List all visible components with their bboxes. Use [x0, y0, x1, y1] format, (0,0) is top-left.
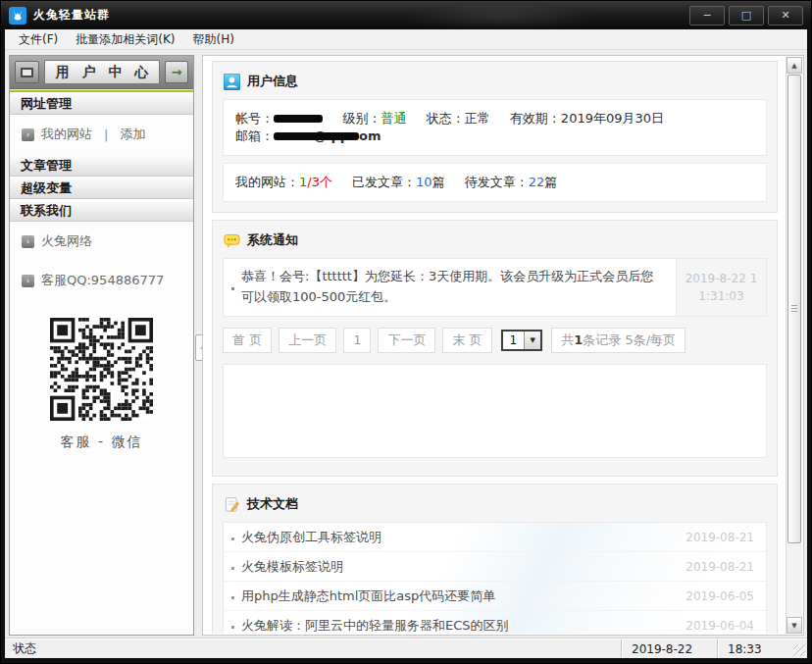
monitor-icon	[21, 68, 33, 77]
item-arrow-icon: ›	[22, 128, 34, 141]
sidebar-item-my-sites[interactable]: › 我的网站 | 添加	[10, 115, 193, 154]
link-separator: |	[104, 128, 108, 142]
scrollbar-thumb[interactable]	[787, 75, 801, 543]
pagination: 首 页 上一页 1 下一页 末 页 1 ▼ 共1条记录 5条/每页	[223, 328, 767, 353]
minimize-button[interactable]: ─	[689, 6, 725, 26]
status-text: 状态	[5, 640, 621, 657]
doc-title-link[interactable]: 火兔伪原创工具标签说明	[241, 529, 685, 546]
client-area: 文件(F) 批量添加相关词(K) 帮助(H) 用 户 中 心 → 网址管理 ›	[5, 29, 807, 658]
doc-row[interactable]: 火兔伪原创工具标签说明 2019-08-21	[224, 523, 766, 552]
level-label: 级别：	[343, 111, 381, 126]
published-unit: 篇	[432, 175, 445, 189]
notices-header: 系统通知	[223, 227, 767, 258]
email-label: 邮箱：	[235, 128, 274, 143]
pending-count: 22	[529, 175, 545, 189]
add-site-link[interactable]: 添加	[120, 126, 145, 143]
maximize-button[interactable]: □	[729, 6, 764, 26]
pending-label: 待发文章：	[465, 175, 529, 189]
expiry-label: 有效期：	[510, 111, 561, 126]
forward-arrow-button[interactable]: →	[165, 61, 188, 83]
resize-grip[interactable]	[793, 644, 805, 656]
sidebar-section-articles[interactable]: 文章管理	[10, 154, 193, 177]
account-value-redacted: ssssss	[274, 111, 323, 126]
sidebar: 用 户 中 心 → 网址管理 › 我的网站 | 添加 文章管理 超级变量 联系我…	[9, 55, 194, 636]
page-first-button[interactable]: 首 页	[223, 328, 272, 353]
page-current[interactable]: 1	[343, 328, 371, 353]
monitor-button[interactable]	[15, 61, 39, 83]
sites-total: /3个	[307, 175, 332, 189]
menu-batch-add[interactable]: 批量添加相关词(K)	[67, 29, 183, 50]
doc-date: 2019-08-21	[685, 531, 754, 544]
notice-list-item[interactable]: 恭喜！会号:【tttttt】为您延长：3天使用期。该会员升级为正式会员后您可以领…	[223, 258, 767, 317]
notices-panel: 系统通知 恭喜！会号:【tttttt】为您延长：3天使用期。该会员升级为正式会员…	[212, 220, 778, 477]
document-pencil-icon	[224, 496, 240, 513]
page-next-button[interactable]: 下一页	[378, 328, 435, 353]
sidebar-toolbar: 用 户 中 心 →	[10, 56, 193, 89]
sites-label: 我的网站：	[235, 175, 299, 189]
sidebar-section-contact[interactable]: 联系我们	[10, 199, 193, 222]
published-count: 10	[416, 175, 432, 189]
total-prefix: 共	[561, 332, 574, 349]
doc-date: 2019-06-04	[685, 619, 754, 633]
workspace: 用 户 中 心 → 网址管理 › 我的网站 | 添加 文章管理 超级变量 联系我…	[5, 50, 807, 638]
user-icon	[224, 74, 240, 90]
docs-header: 技术文档	[223, 490, 767, 522]
doc-row[interactable]: 用php生成静态html页面比asp代码还要简单 2019-06-05	[224, 582, 766, 611]
total-count: 1	[574, 332, 583, 347]
doc-row[interactable]: 火兔解读：阿里云中的轻量服务器和ECS的区别 2019-06-04	[224, 611, 766, 634]
doc-title-link[interactable]: 火兔模板标签说明	[241, 558, 685, 576]
sidebar-item-service-qq[interactable]: › 客服QQ:954886777	[10, 261, 193, 300]
sidebar-section-vars[interactable]: 超级变量	[10, 177, 193, 199]
close-button[interactable]: ✕	[768, 6, 803, 26]
page-prev-button[interactable]: 上一页	[279, 328, 336, 353]
expiry-value: 2019年09月30日	[561, 111, 664, 126]
total-suffix: 条记录	[583, 332, 621, 349]
sidebar-url-items: › 我的网站 | 添加	[10, 115, 193, 154]
doc-date: 2019-06-05	[685, 589, 754, 603]
doc-date: 2019-08-21	[685, 560, 754, 574]
published-label: 已发文章：	[352, 175, 416, 189]
page-last-button[interactable]: 末 页	[442, 328, 491, 353]
record-summary: 共1条记录 5条/每页	[551, 328, 685, 353]
user-info-header: 用户信息	[223, 68, 767, 99]
level-value: 普通	[381, 111, 407, 126]
item-arrow-icon: ›	[22, 235, 34, 248]
sidebar-contact-items: › 火兔网络 › 客服QQ:954886777	[10, 222, 193, 300]
docs-title: 技术文档	[247, 495, 298, 513]
doc-title-link[interactable]: 用php生成静态html页面比asp代码还要简单	[241, 587, 685, 605]
vertical-scrollbar[interactable]: ▲ ▼	[786, 57, 802, 634]
pending-unit: 篇	[544, 175, 557, 189]
window-title: 火兔轻量站群	[33, 7, 689, 24]
scroll-up-icon[interactable]: ▲	[787, 57, 802, 74]
huotu-network-link[interactable]: 火兔网络	[41, 232, 92, 250]
stats-info-box: 我的网站：1/3个 已发文章：10篇 待发文章：22篇	[223, 163, 767, 202]
scroll-down-icon[interactable]: ▼	[787, 617, 802, 634]
page-select-value: 1	[503, 332, 525, 349]
sidebar-section-url[interactable]: 网址管理	[10, 92, 193, 115]
sidebar-item-huotu-network[interactable]: › 火兔网络	[10, 222, 193, 261]
email-value-redacted: sssss@qq.c	[274, 128, 359, 143]
doc-title-link[interactable]: 火兔解读：阿里云中的轻量服务器和ECS的区别	[241, 617, 685, 634]
per-page: 5条/每页	[625, 332, 676, 349]
chevron-down-icon[interactable]: ▼	[524, 332, 540, 349]
main-area: 用户信息 帐号：ssssss 级别：普通 状态：正常 有效期：2019年09月3…	[202, 55, 804, 636]
main-content: 用户信息 帐号：ssssss 级别：普通 状态：正常 有效期：2019年09月3…	[204, 57, 786, 634]
my-sites-link[interactable]: 我的网站	[41, 126, 92, 143]
user-info-title: 用户信息	[247, 73, 298, 90]
app-window: 火兔轻量站群 ─ □ ✕ 文件(F) 批量添加相关词(K) 帮助(H) 用 户 …	[0, 0, 812, 664]
account-info-box: 帐号：ssssss 级别：普通 状态：正常 有效期：2019年09月30日 邮箱…	[223, 99, 767, 156]
doc-row[interactable]: 火兔模板标签说明 2019-08-21	[224, 552, 766, 582]
docs-list: 火兔伪原创工具标签说明 2019-08-21 火兔模板标签说明 2019-08-…	[223, 522, 767, 634]
status-date: 2019-8-22	[621, 639, 717, 658]
menu-help[interactable]: 帮助(H)	[184, 29, 243, 50]
docs-panel: 技术文档 火兔伪原创工具标签说明 2019-08-21 火兔模板标签说明 201…	[212, 484, 778, 634]
window-controls: ─ □ ✕	[689, 6, 803, 26]
service-qq-link[interactable]: 客服QQ:954886777	[41, 272, 164, 289]
notice-date: 2019-8-22 11:31:03	[676, 259, 766, 316]
status-bar: 状态 2019-8-22 18:33	[5, 638, 807, 658]
menu-file[interactable]: 文件(F)	[10, 29, 67, 50]
page-select[interactable]: 1 ▼	[501, 330, 543, 351]
user-info-panel: 用户信息 帐号：ssssss 级别：普通 状态：正常 有效期：2019年09月3…	[212, 61, 778, 213]
tab-user-center[interactable]: 用 户 中 心	[44, 60, 160, 84]
app-logo-rabbit-icon	[9, 7, 26, 25]
